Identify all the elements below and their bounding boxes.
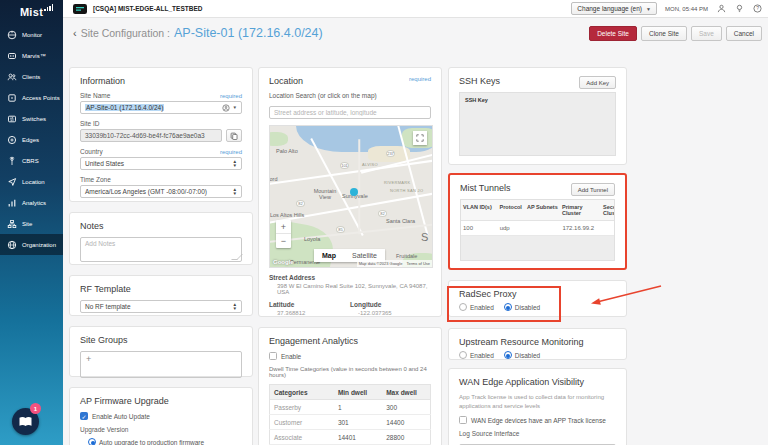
app-track-license-checkbox[interactable]: WAN Edge devices have an APP Track licen… — [459, 416, 616, 424]
upstream-heading: Upstream Resource Monitoring — [459, 337, 616, 347]
sidebar-item-analytics[interactable]: Analytics — [0, 192, 63, 213]
sidebar-item-cbrs[interactable]: CBRS — [0, 150, 63, 171]
help-icon[interactable]: ? — [752, 4, 762, 14]
radsec-heading: RadSec Proxy — [459, 289, 616, 299]
map-label: Palo Alto — [276, 148, 298, 154]
user-account-icon[interactable] — [716, 4, 726, 14]
street-address-value: 398 W El Camino Real Suite 102, Sunnyval… — [277, 283, 431, 295]
timezone-select[interactable]: America/Los Angeles (GMT -08:00/-07:00) … — [80, 185, 242, 198]
select-arrows-icon: ▲▼ — [232, 160, 237, 167]
dwell-time-table: Categories Min dwell Max dwell Passerby … — [269, 384, 431, 445]
notes-heading: Notes — [80, 221, 242, 231]
sidebar-item-switches[interactable]: Switches — [0, 108, 63, 129]
ap-firmware-heading: AP Firmware Upgrade — [80, 396, 242, 406]
map-label: ford — [269, 176, 277, 182]
select-arrows-icon: ▲▼ — [232, 188, 237, 195]
column-middle: Location required Location Search (or cl… — [258, 67, 442, 445]
location-search-input[interactable] — [269, 106, 431, 119]
delete-site-button[interactable]: Delete Site — [589, 26, 637, 41]
site-name-variable-icon[interactable]: ▼ — [222, 104, 237, 112]
tunnel-row[interactable]: 100 udp 172.16.99.2 — [461, 221, 615, 236]
auto-upgrade-production-radio[interactable]: Auto upgrade to production firmware — [88, 438, 242, 445]
engagement-enable-checkbox[interactable]: Enable — [269, 352, 431, 360]
page-title: AP-Site-01 (172.16.4.0/24) — [174, 26, 323, 40]
whats-new-bulb-icon[interactable] — [734, 4, 744, 14]
org-name: [CSQA] MIST-EDGE-ALL_TESTBED — [93, 5, 202, 12]
site-icon — [7, 219, 17, 229]
checkbox-checked-icon: ✓ — [80, 412, 88, 420]
organization-icon — [7, 240, 17, 250]
latitude-value: 37.368812 — [277, 310, 350, 316]
site-location-marker[interactable] — [350, 188, 358, 196]
site-id-label: Site ID — [80, 120, 100, 127]
upgrade-version-label: Upgrade Version — [80, 426, 242, 433]
site-name-label: Site Name — [80, 92, 110, 99]
longitude-value: -122.037365 — [358, 310, 431, 316]
back-chevron-icon[interactable]: ‹ — [73, 27, 77, 39]
column-right: SSH Keys Add Key SSH Key Mist Tunnels Ad… — [448, 67, 627, 445]
ap-firmware-upgrade-card: AP Firmware Upgrade ✓ Enable Auto Update… — [69, 387, 253, 445]
chevron-down-icon: ▼ — [646, 6, 651, 12]
monitor-icon — [7, 30, 17, 40]
map-label: ALVISO — [362, 162, 378, 167]
zoom-in-button[interactable]: + — [276, 220, 291, 234]
country-label: Country — [80, 148, 103, 155]
radsec-proxy-card: RadSec Proxy Enabled Disabled — [448, 280, 627, 317]
add-key-button[interactable]: Add Key — [579, 76, 616, 89]
copy-site-id-button[interactable] — [226, 129, 242, 142]
mist-tunnels-heading: Mist Tunnels — [460, 183, 511, 193]
map-view-button[interactable]: Map — [314, 249, 344, 262]
column-header: Min dwell — [334, 385, 382, 400]
sidebar-item-organization[interactable]: Organization — [0, 234, 63, 255]
map[interactable]: Palo Alto ford ALVISO Mountain View Los … — [269, 125, 433, 268]
site-groups-heading: Site Groups — [80, 335, 242, 345]
cancel-button[interactable]: Cancel — [726, 26, 762, 41]
fullscreen-button[interactable] — [413, 131, 427, 145]
clone-site-button[interactable]: Clone Site — [641, 26, 687, 41]
change-language-button[interactable]: Change language (en) ▼ — [571, 2, 657, 15]
sidebar-item-monitor[interactable]: Monitor — [0, 24, 63, 45]
rf-template-select[interactable]: No RF template ▲▼ — [80, 300, 242, 313]
site-groups-add-field[interactable]: + — [80, 351, 242, 378]
site-name-input[interactable]: AP-Site-01 (172.16.4.0/24) ▼ — [80, 101, 242, 114]
rf-template-heading: RF Template — [80, 284, 242, 294]
table-row: Associate 14401 28800 — [270, 430, 431, 445]
mist-edge-org-icon — [73, 4, 87, 14]
main-content: ‹ Site Configuration : AP-Site-01 (172.1… — [63, 18, 768, 445]
datetime-label: MON, 05:44 PM — [665, 6, 708, 12]
wan-edge-visibility-card: WAN Edge Application Visibility App Trac… — [448, 368, 627, 445]
breadcrumb: Site Configuration : — [81, 27, 170, 39]
country-required: required — [220, 149, 242, 155]
upstream-enabled-radio[interactable]: Enabled — [459, 351, 494, 359]
add-tunnel-button[interactable]: Add Tunnel — [571, 183, 615, 196]
sidebar-item-access-points[interactable]: Access Points — [0, 87, 63, 108]
sidebar-item-clients[interactable]: Clients — [0, 66, 63, 87]
cbrs-icon — [7, 156, 17, 166]
enable-auto-update-checkbox[interactable]: ✓ Enable Auto Update — [80, 412, 242, 420]
topbar: [CSQA] MIST-EDGE-ALL_TESTBED Change lang… — [63, 0, 768, 18]
svg-text:?: ? — [756, 6, 759, 11]
engagement-heading: Engagement Analytics — [269, 336, 431, 346]
upstream-disabled-radio[interactable]: Disabled — [504, 351, 540, 359]
site-id-value: 33039b10-72cc-4d69-be4f-fc76ae9ae0a3 — [80, 129, 222, 142]
sidebar-item-edges[interactable]: Edges — [0, 129, 63, 150]
save-button[interactable]: Save — [691, 26, 722, 41]
route-shield: 237 — [386, 150, 395, 157]
radsec-disabled-radio[interactable]: Disabled — [504, 303, 540, 311]
upstream-monitoring-card: Upstream Resource Monitoring Enabled Dis… — [448, 328, 627, 360]
sidebar-item-marvis[interactable]: Marvis™ — [0, 45, 63, 66]
analytics-icon — [7, 198, 17, 208]
sidebar-item-location[interactable]: Location — [0, 171, 63, 192]
radsec-enabled-radio[interactable]: Enabled — [459, 303, 494, 311]
notes-textarea[interactable]: Add Notes — [80, 237, 242, 262]
route-shield: 82 — [378, 210, 387, 217]
zoom-out-button[interactable]: − — [276, 234, 291, 248]
location-icon — [7, 177, 17, 187]
country-select[interactable]: United States ▲▼ — [80, 157, 242, 170]
map-terms-link[interactable]: Terms of Use — [406, 261, 430, 266]
switches-icon — [7, 114, 17, 124]
sidebar-item-site[interactable]: Site — [0, 213, 63, 234]
site-name-required: required — [220, 93, 242, 99]
page-header: ‹ Site Configuration : AP-Site-01 (172.1… — [73, 24, 762, 42]
location-heading: Location — [269, 76, 303, 86]
